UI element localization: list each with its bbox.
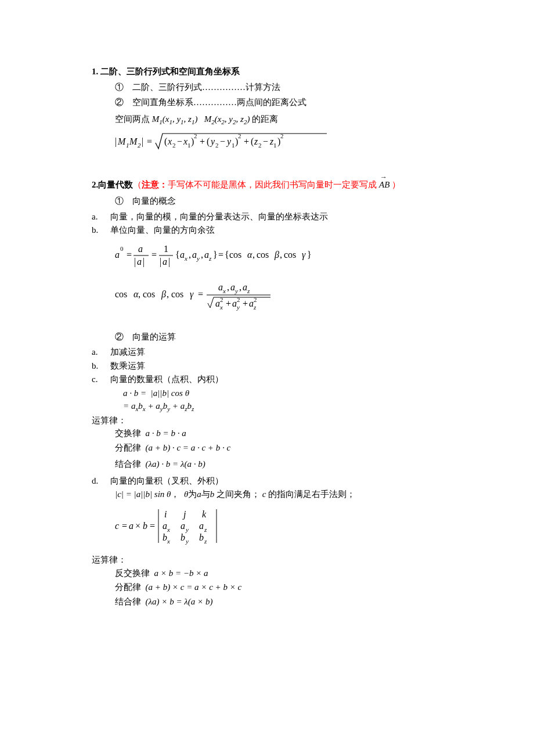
svg-text:=: = — [218, 250, 223, 260]
svg-text:a: a — [199, 521, 204, 531]
dot-law-dist: 分配律 (a + b) · c = a · c + b · c — [115, 441, 453, 455]
svg-text:+: + — [200, 136, 205, 146]
s1-item-1: ① 二阶、三阶行列式……………计算方法 — [115, 81, 453, 94]
svg-text:2: 2 — [172, 142, 176, 149]
svg-text:,: , — [201, 250, 203, 260]
svg-text:a: a — [138, 244, 143, 254]
svg-text:|: | — [134, 257, 136, 267]
svg-text:a: a — [232, 298, 237, 308]
dot-product-eq2: = axbx + ayby + azbz — [123, 399, 453, 414]
svg-text:z: z — [208, 255, 212, 262]
svg-text:x: x — [167, 136, 172, 146]
svg-text:a: a — [163, 521, 167, 531]
s1-item-2: ② 空间直角坐标系……………两点间的距离公式 — [115, 96, 453, 109]
svg-text:M: M — [117, 136, 127, 146]
s2-item-2: ② 向量的运算 — [115, 330, 453, 344]
svg-text:c: c — [115, 521, 119, 531]
svg-text:cos: cos — [229, 250, 241, 260]
point-m1: M1(x1, y1, z1) — [152, 114, 198, 124]
svg-text:|: | — [142, 136, 143, 147]
svg-text:β: β — [161, 289, 166, 300]
cross-determinant: c = a × b = ijk ax ay az bx by bz — [115, 506, 453, 550]
svg-text:0: 0 — [120, 245, 124, 252]
point-m2: M2(x2, y2, z2) — [204, 114, 250, 124]
svg-text:a: a — [163, 257, 167, 267]
svg-text:=: = — [150, 521, 155, 531]
svg-text:−: − — [177, 136, 182, 146]
svg-text:|: | — [168, 257, 170, 267]
svg-text:a: a — [215, 298, 220, 308]
svg-text:y: y — [210, 136, 215, 147]
s2-item-1: ① 向量的概念 — [115, 195, 453, 208]
svg-text:z: z — [254, 136, 258, 146]
cross-law-anti: 反交换律 a × b = −b × a — [115, 567, 453, 580]
svg-text:,: , — [239, 282, 241, 292]
svg-text:,: , — [189, 250, 191, 260]
svg-text:+: + — [243, 298, 248, 308]
svg-text:z: z — [247, 287, 250, 294]
svg-text:cos: cos — [143, 289, 155, 299]
svg-text:k: k — [202, 509, 207, 519]
svg-text:(: ( — [251, 136, 254, 147]
svg-text:γ: γ — [190, 289, 194, 300]
svg-text:,: , — [167, 289, 169, 299]
svg-text:(: ( — [164, 136, 167, 147]
svg-text:}: } — [307, 250, 312, 260]
svg-text:{: { — [175, 250, 180, 260]
svg-text:a: a — [249, 298, 254, 308]
svg-text:(: ( — [207, 136, 210, 147]
svg-text:a: a — [218, 282, 223, 292]
distance-formula: | M1 M2 | = ( x2 − x1 )2 + ( y2 − y1 )2 … — [115, 130, 453, 157]
svg-text:2: 2 — [280, 132, 284, 139]
svg-text:,: , — [252, 250, 255, 260]
svg-text:=: = — [198, 289, 203, 299]
svg-text:x: x — [167, 538, 170, 545]
svg-text:i: i — [164, 509, 167, 519]
svg-text:y: y — [185, 526, 189, 533]
svg-text:a: a — [129, 521, 134, 531]
svg-text:a: a — [192, 250, 197, 260]
s1-points-line: 空间两点 M1(x1, y1, z1) M2(x2, y2, z2) 的距离 — [115, 113, 453, 127]
svg-text:=: = — [151, 250, 157, 260]
svg-text:+: + — [226, 298, 231, 308]
svg-text:x: x — [219, 304, 223, 311]
svg-text:b: b — [163, 532, 167, 542]
svg-text:b: b — [199, 532, 204, 542]
svg-text:−: − — [263, 136, 268, 146]
unit-vector-formula: a0 = a |a| = 1 |a| { ax , ay , az } = { … — [115, 242, 453, 273]
svg-text:|: | — [143, 257, 145, 267]
svg-text:2: 2 — [220, 296, 223, 303]
svg-text:cos: cos — [115, 289, 127, 299]
svg-text:a: a — [115, 250, 120, 260]
svg-text:γ: γ — [302, 250, 306, 260]
svg-text:=: = — [127, 250, 132, 260]
svg-text:b: b — [143, 521, 147, 531]
svg-text:2: 2 — [237, 296, 240, 303]
svg-text:M: M — [129, 136, 138, 146]
svg-text:a: a — [204, 250, 209, 260]
svg-text:2: 2 — [138, 142, 141, 149]
svg-text:x: x — [183, 136, 187, 146]
section-2-heading: 2.向量代数（注意：手写体不可能是黑体，因此我们书写向量时一定要写成 AB ） — [92, 178, 453, 192]
dot-laws-head: 运算律： — [92, 414, 453, 427]
direction-cosines-formula: cosα, cosβ, cosγ = ax , ay , az ax2 + ay… — [115, 280, 453, 316]
svg-text:=: = — [147, 136, 152, 146]
svg-text:a: a — [243, 282, 247, 292]
svg-text:1: 1 — [187, 142, 191, 149]
dot-law-comm: 交换律 a · b = b · a — [115, 427, 453, 440]
vector-ab: AB — [379, 178, 389, 192]
svg-text:1: 1 — [164, 244, 168, 254]
svg-text:2: 2 — [194, 132, 197, 139]
svg-text:cos: cos — [284, 250, 296, 260]
svg-text:|: | — [160, 257, 161, 267]
s2-op-d: d.向量的向量积（叉积、外积） — [92, 474, 453, 488]
svg-text:+: + — [244, 136, 249, 146]
cross-law-assoc: 结合律 (λa) × b = λ(a × b) — [115, 595, 453, 609]
svg-text:cos: cos — [171, 289, 183, 299]
svg-text:z: z — [204, 526, 207, 533]
svg-text:y: y — [185, 538, 189, 545]
cross-magnitude: |c| = |a||b| sin θ， θ为a与b 之间夹角； c 的指向满足右… — [115, 488, 453, 501]
svg-text:,: , — [138, 289, 140, 299]
svg-text:x: x — [222, 287, 226, 294]
svg-text:y: y — [236, 304, 240, 311]
